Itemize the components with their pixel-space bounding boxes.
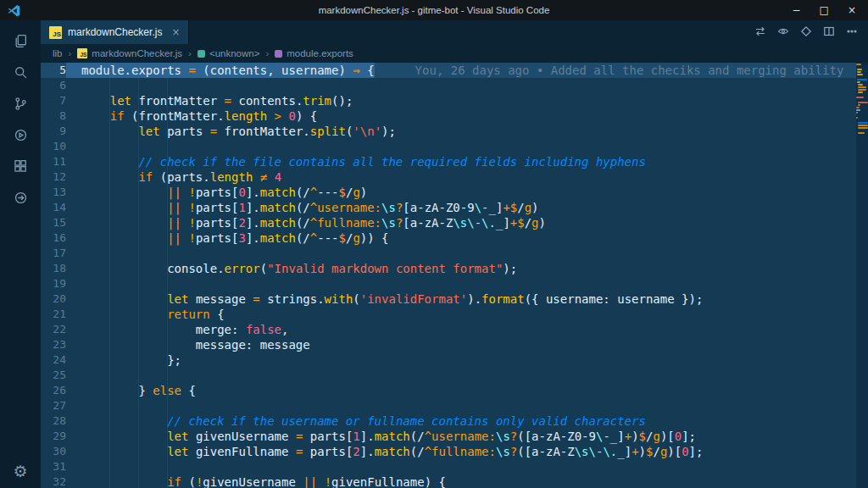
compare-icon[interactable] (800, 25, 812, 41)
code-line[interactable]: 24 }; (41, 352, 856, 368)
code-text (66, 246, 81, 261)
code-text (66, 78, 81, 93)
code-line[interactable]: 32 if (!givenUsername || !givenFullname)… (41, 474, 856, 488)
extensions-icon (14, 159, 28, 174)
line-number: 27 (41, 398, 66, 413)
code-line[interactable]: 6 (41, 78, 856, 93)
line-number: 32 (41, 474, 66, 488)
editor[interactable]: 5module.exports = (contents, username) ⇒… (41, 63, 868, 488)
breadcrumb-separator: › (265, 48, 269, 58)
code-line[interactable]: 8 if (frontMatter.length > 0) { (41, 108, 856, 124)
code-line[interactable]: 30 let givenFullname = parts[2].match(/^… (41, 444, 856, 459)
more-actions-icon[interactable] (846, 25, 858, 41)
code-text: let givenUsername = parts[1].match(/^use… (66, 429, 696, 444)
code-text (66, 368, 81, 383)
code-line[interactable]: 22 merge: false, (41, 322, 856, 337)
code-text: message: message (66, 337, 310, 352)
line-number: 20 (41, 291, 66, 307)
code-line[interactable]: 14 || !parts[1].match(/^username:\s?[a-z… (41, 200, 856, 215)
code-line[interactable]: 25 (41, 368, 856, 383)
window-title: markdownChecker.js - gitme-bot - Visual … (0, 5, 868, 15)
code-text (66, 459, 81, 474)
breadcrumb-item-markdowncheckerjs[interactable]: JSmarkdownChecker.js (77, 48, 182, 58)
line-number: 29 (41, 429, 66, 444)
activity-bar: ⚙ (0, 20, 41, 488)
activity-run-debug[interactable] (0, 119, 41, 151)
code-text: return { (66, 307, 225, 322)
code-line[interactable]: 27 (41, 398, 856, 413)
breadcrumb-item-unknown[interactable]: <unknown> (198, 48, 259, 58)
split-editor-icon[interactable] (823, 25, 835, 41)
tab-bar: JS markdownChecker.js × (41, 20, 868, 44)
activity-source-control[interactable] (0, 88, 41, 119)
tab-close-icon[interactable]: × (171, 26, 180, 38)
maximize-button[interactable]: □ (820, 0, 829, 20)
breadcrumb-item-lib[interactable]: lib (53, 48, 63, 58)
activity-search[interactable] (0, 57, 41, 88)
code-text: }; (66, 352, 181, 368)
code-line[interactable]: 18 console.error("Invalid markdown conte… (41, 261, 856, 276)
line-number: 17 (41, 246, 66, 261)
code-text: // check if the file contains all the re… (66, 154, 646, 169)
line-number: 31 (41, 459, 66, 474)
code-line[interactable]: 5module.exports = (contents, username) ⇒… (41, 63, 856, 78)
breadcrumb: lib›JSmarkdownChecker.js›<unknown>›modul… (41, 44, 868, 63)
breadcrumb-separator: › (188, 48, 192, 58)
settings-gear-icon[interactable]: ⚙ (13, 454, 27, 488)
line-number: 25 (41, 368, 66, 383)
code-line[interactable]: 12 if (parts.length ≠ 4 (41, 169, 856, 185)
symbol-unknown-icon (198, 50, 205, 58)
code-line[interactable]: 15 || !parts[2].match(/^fullname:\s?[a-z… (41, 215, 856, 230)
tab-markdownchecker[interactable]: JS markdownChecker.js × (41, 20, 189, 44)
code-line[interactable]: 10 (41, 139, 856, 154)
code-line[interactable]: 19 (41, 276, 856, 291)
line-number: 14 (41, 200, 66, 215)
activity-extensions[interactable] (0, 151, 41, 182)
line-number: 8 (41, 108, 66, 124)
titlebar: markdownChecker.js - gitme-bot - Visual … (0, 0, 868, 20)
minimize-button[interactable]: − (793, 0, 801, 20)
breadcrumb-item-moduleexports[interactable]: module.exports (275, 48, 353, 58)
code-line[interactable]: 16 || !parts[3].match(/^---$/g)) { (41, 230, 856, 246)
activity-remote[interactable] (0, 182, 41, 214)
line-number: 26 (41, 383, 66, 398)
line-number: 22 (41, 322, 66, 337)
code-text: || !parts[3].match(/^---$/g)) { (66, 230, 389, 246)
code-line[interactable]: 9 let parts = frontMatter.split('\n'); (41, 124, 856, 139)
code-line[interactable]: 28 // check if the username or fullname … (41, 413, 856, 429)
line-number: 23 (41, 337, 66, 352)
line-number: 9 (41, 124, 66, 139)
open-changes-icon[interactable] (754, 25, 766, 41)
line-number: 13 (41, 185, 66, 200)
git-blame-annotation: You, 26 days ago • Added all the checiks… (375, 63, 844, 78)
breadcrumb-label: module.exports (287, 48, 353, 58)
code-text: } else { (66, 383, 196, 398)
code-text: || !parts[1].match(/^username:\s?[a-zA-Z… (66, 200, 539, 215)
code-text: || !parts[2].match(/^fullname:\s?[a-zA-Z… (66, 215, 546, 230)
code-line[interactable]: 11 // check if the file contains all the… (41, 154, 856, 169)
line-number: 16 (41, 230, 66, 246)
code-line[interactable]: 26 } else { (41, 383, 856, 398)
breadcrumb-label: <unknown> (209, 48, 259, 58)
code-line[interactable]: 17 (41, 246, 856, 261)
close-button[interactable]: × (848, 0, 856, 20)
toggle-blame-eye-icon[interactable] (777, 25, 789, 41)
code-line[interactable]: 29 let givenUsername = parts[1].match(/^… (41, 429, 856, 444)
line-number: 30 (41, 444, 66, 459)
code-line[interactable]: 31 (41, 459, 856, 474)
code-line[interactable]: 13 || !parts[0].match(/^---$/g) (41, 185, 856, 200)
code-text: module.exports = (contents, username) ⇒ … (66, 63, 375, 78)
source-control-icon (14, 97, 28, 111)
code-line[interactable]: 23 message: message (41, 337, 856, 352)
activity-explorer[interactable] (0, 25, 41, 57)
minimap[interactable] (856, 63, 868, 488)
code-line[interactable]: 7 let frontMatter = contents.trim(); (41, 93, 856, 108)
code-line[interactable]: 20 let message = strings.with('invalidFo… (41, 291, 856, 307)
code-line[interactable]: 21 return { (41, 307, 856, 322)
code-text: // check if the username or fullname con… (66, 413, 646, 429)
line-number: 10 (41, 139, 66, 154)
code-text: if (frontMatter.length > 0) { (66, 108, 317, 124)
run-debug-icon (14, 128, 28, 142)
line-number: 18 (41, 261, 66, 276)
remote-explorer-icon (14, 191, 28, 205)
